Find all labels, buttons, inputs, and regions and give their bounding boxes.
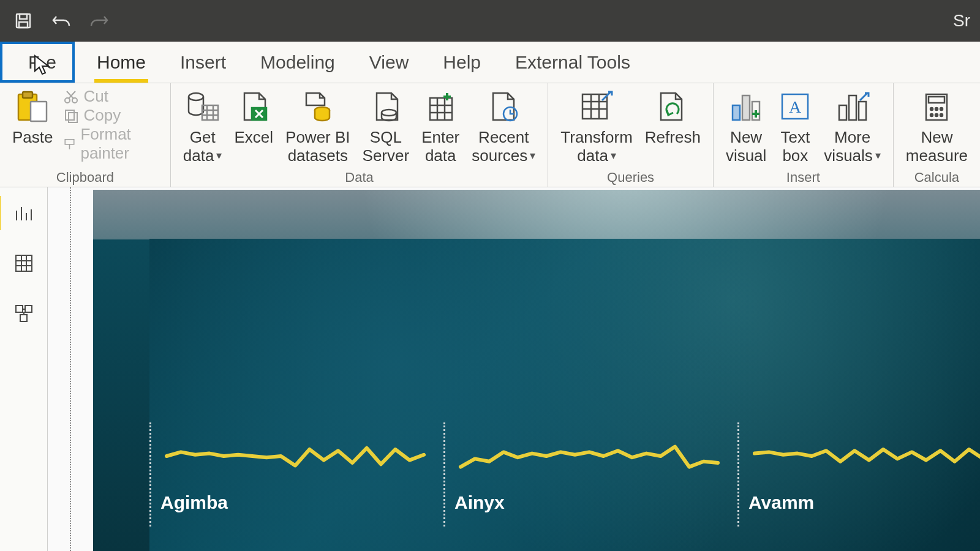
text-box-icon: A <box>778 87 812 126</box>
new-visual-button[interactable]: New visual <box>720 87 772 165</box>
svg-point-33 <box>935 114 938 116</box>
titlebar-right-text: Sr <box>953 11 970 31</box>
quick-access-toolbar: Sr <box>0 0 980 42</box>
recent-sources-icon <box>487 87 520 126</box>
svg-rect-8 <box>66 110 74 120</box>
chevron-down-icon: ▾ <box>611 149 616 162</box>
new-visual-icon <box>729 87 763 126</box>
data-view-icon <box>14 253 34 273</box>
svg-rect-26 <box>859 102 866 120</box>
tab-home[interactable]: Home <box>80 42 163 83</box>
sql-server-icon <box>371 87 401 126</box>
ribbon: Paste Cut Copy Format painter Clipboard <box>0 83 980 187</box>
save-icon <box>14 12 32 30</box>
svg-rect-5 <box>31 102 47 121</box>
cut-icon <box>63 89 79 105</box>
tab-view[interactable]: View <box>352 42 426 83</box>
report-canvas[interactable]: AgimbaAinyxAvamm <box>70 187 980 551</box>
sparkline-chart[interactable]: Avamm <box>737 422 980 551</box>
format-painter-icon <box>63 136 76 152</box>
report-view-icon <box>14 203 34 223</box>
get-data-button[interactable]: Get data▾ <box>177 87 228 165</box>
svg-point-34 <box>940 114 943 116</box>
group-queries: Transform data▾ Refresh Queries <box>548 83 714 187</box>
copy-button[interactable]: Copy <box>63 106 164 125</box>
paste-icon <box>15 87 50 126</box>
chevron-down-icon: ▾ <box>875 149 881 162</box>
group-calculations: New measure Calcula <box>894 83 980 187</box>
svg-point-29 <box>930 108 933 110</box>
new-measure-button[interactable]: New measure <box>900 87 974 165</box>
svg-rect-10 <box>65 140 74 144</box>
text-box-button[interactable]: A Text box <box>772 87 818 165</box>
get-data-icon <box>185 87 221 126</box>
group-data: Get data▾ Excel Power BI datasets <box>171 83 548 187</box>
model-view-icon <box>14 304 34 323</box>
transform-data-button[interactable]: Transform data▾ <box>554 87 639 165</box>
sparkline-axis <box>737 422 739 527</box>
workspace: AgimbaAinyxAvamm <box>0 187 980 551</box>
transform-data-icon <box>579 87 614 126</box>
svg-point-31 <box>940 108 943 110</box>
tab-external-tools[interactable]: External Tools <box>498 42 647 83</box>
redo-icon <box>89 12 109 30</box>
excel-button[interactable]: Excel <box>228 87 279 165</box>
redo-button[interactable] <box>86 7 113 34</box>
svg-rect-25 <box>849 96 856 120</box>
sql-server-button[interactable]: SQL Server <box>356 87 416 165</box>
tab-modeling[interactable]: Modeling <box>243 42 352 83</box>
sparkline-title: Ainyx <box>454 492 737 513</box>
sparkline-svg <box>160 422 454 490</box>
enter-data-button[interactable]: Enter data <box>415 87 466 165</box>
format-painter-button[interactable]: Format painter <box>63 125 164 163</box>
svg-rect-20 <box>742 96 750 120</box>
svg-point-30 <box>935 108 938 110</box>
svg-rect-19 <box>733 105 740 120</box>
refresh-button[interactable]: Refresh <box>639 87 707 165</box>
svg-rect-2 <box>19 22 28 28</box>
more-visuals-button[interactable]: More visuals▾ <box>818 87 886 165</box>
cut-button[interactable]: Cut <box>63 87 164 106</box>
tab-file[interactable]: F e <box>0 42 75 83</box>
svg-point-15 <box>382 110 396 116</box>
svg-point-32 <box>930 114 933 116</box>
enter-data-icon <box>425 87 456 126</box>
sparkline-axis <box>443 422 445 527</box>
more-visuals-icon <box>835 87 870 126</box>
sparkline-chart[interactable]: Ainyx <box>443 422 737 551</box>
svg-rect-37 <box>25 305 32 312</box>
cursor-icon <box>33 54 51 81</box>
data-view-button[interactable] <box>12 251 36 276</box>
svg-rect-38 <box>20 315 27 321</box>
sparkline-title: Agimba <box>160 492 443 513</box>
sparkline-svg <box>454 422 748 490</box>
copy-icon <box>63 108 79 124</box>
undo-icon <box>51 12 71 30</box>
sparkline-chart[interactable]: Agimba <box>149 422 443 551</box>
refresh-icon <box>656 87 689 126</box>
svg-point-11 <box>189 93 203 100</box>
ribbon-tabbar: F e Home Insert Modeling View Help Exter… <box>0 42 980 83</box>
svg-rect-35 <box>16 255 32 271</box>
sparkline-row: AgimbaAinyxAvamm <box>149 422 980 551</box>
chevron-down-icon: ▾ <box>530 149 535 162</box>
model-view-button[interactable] <box>12 301 36 326</box>
undo-button[interactable] <box>48 7 75 34</box>
sparkline-axis <box>149 422 151 527</box>
svg-rect-12 <box>202 105 218 120</box>
paste-button[interactable]: Paste <box>6 87 59 147</box>
tab-insert[interactable]: Insert <box>163 42 243 83</box>
recent-sources-button[interactable]: Recent sources▾ <box>466 87 541 165</box>
powerbi-datasets-button[interactable]: Power BI datasets <box>279 87 356 165</box>
svg-rect-36 <box>16 305 23 312</box>
view-rail <box>0 187 48 551</box>
chevron-down-icon: ▾ <box>216 149 222 162</box>
canvas-visual[interactable]: AgimbaAinyxAvamm <box>149 239 980 551</box>
save-button[interactable] <box>10 7 37 34</box>
powerbi-datasets-icon <box>301 87 334 126</box>
report-view-button[interactable] <box>12 201 36 225</box>
group-clipboard: Paste Cut Copy Format painter Clipboard <box>0 83 171 187</box>
group-insert: New visual A Text box More visuals▾ Inse… <box>714 83 894 187</box>
tab-help[interactable]: Help <box>426 42 498 83</box>
new-measure-icon <box>921 87 952 126</box>
